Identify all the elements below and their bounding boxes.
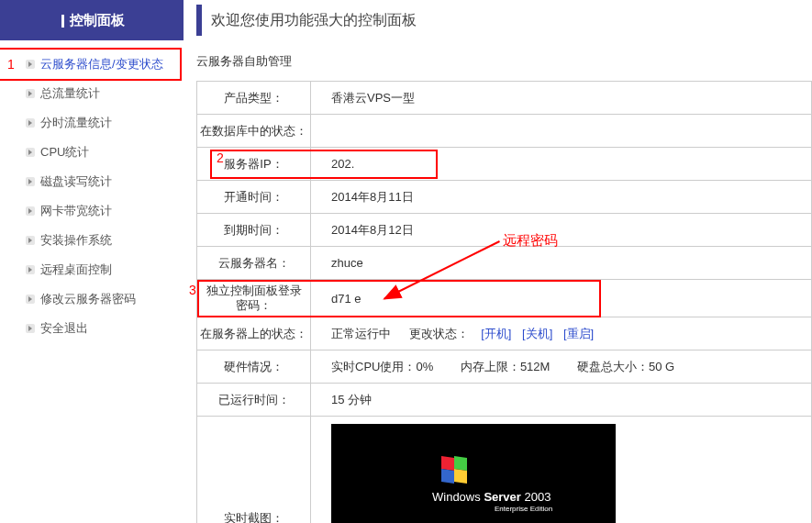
sidebar-item-time-traffic[interactable]: 分时流量统计 [0, 108, 184, 138]
sidebar-item-server-info[interactable]: 云服务器信息/变更状态 [0, 50, 184, 79]
sidebar-item-cpu-stats[interactable]: CPU统计 [0, 138, 184, 167]
bullet-icon [26, 295, 35, 304]
value-screenshot-cell: Windows Server 2003 Enterprise Edition [311, 417, 812, 524]
sidebar-title: 控制面板 [0, 0, 184, 40]
action-restart[interactable]: [重启] [563, 327, 594, 340]
sidebar: 控制面板 云服务器信息/变更状态 总流量统计 分时流量统计 CPU统计 磁盘读写… [0, 0, 184, 523]
hw-disk: 硬盘总大小：50 G [577, 359, 674, 375]
os-logo-text: Windows Server 2003 [432, 490, 551, 504]
row-server-ip: 服务器IP： 202. [197, 148, 812, 181]
action-start[interactable]: [开机] [481, 327, 511, 340]
sidebar-menu: 云服务器信息/变更状态 总流量统计 分时流量统计 CPU统计 磁盘读写统计 网卡… [0, 40, 184, 352]
value-product-type: 香港云VPS一型 [311, 82, 812, 115]
label-on-server: 在服务器上的状态： [197, 317, 311, 351]
value-server-ip: 202. [311, 148, 812, 181]
bullet-icon [26, 60, 35, 69]
row-open-time: 开通时间： 2014年8月11日 [197, 181, 812, 214]
label-hardware: 硬件情况： [197, 351, 311, 384]
banner-bar-icon [196, 5, 202, 36]
hw-cpu: 实时CPU使用：0% [331, 359, 433, 375]
sidebar-item-install-os[interactable]: 安装操作系统 [0, 226, 184, 255]
main-content: 欢迎您使用功能强大的控制面板 云服务器自助管理 产品类型： 香港云VPS一型 在… [184, 0, 812, 523]
label-open-time: 开通时间： [197, 181, 311, 214]
row-hardware: 硬件情况： 实时CPU使用：0% 内存上限：512M 硬盘总大小：50 G [197, 351, 812, 384]
status-running: 正常运行中 [331, 326, 391, 342]
row-on-server-status: 在服务器上的状态： 正常运行中 更改状态： [开机] [关机] [重启] [197, 317, 812, 351]
banner-title: 欢迎您使用功能强大的控制面板 [211, 11, 417, 30]
sidebar-item-change-pwd[interactable]: 修改云服务器密码 [0, 284, 184, 314]
sidebar-item-total-traffic[interactable]: 总流量统计 [0, 79, 184, 108]
subtitle: 云服务器自助管理 [196, 53, 812, 70]
label-product-type: 产品类型： [197, 82, 311, 115]
hw-mem: 内存上限：512M [461, 359, 551, 375]
value-server-name: zhuce [311, 247, 812, 280]
value-db-status [311, 115, 812, 148]
details-table: 产品类型： 香港云VPS一型 在数据库中的状态： 服务器IP： 202. 开通时… [196, 81, 812, 523]
value-open-time: 2014年8月11日 [311, 181, 812, 214]
label-panel-pwd: 独立控制面板登录密码： [197, 280, 311, 317]
value-hardware: 实时CPU使用：0% 内存上限：512M 硬盘总大小：50 G [311, 351, 812, 384]
label-expire-time: 到期时间： [197, 214, 311, 247]
label-server-name: 云服务器名： [197, 247, 311, 280]
sidebar-item-remote-desktop[interactable]: 远程桌面控制 [0, 255, 184, 284]
row-screenshot: 实时截图： Windows Server 2003 Enterprise Edi… [197, 417, 812, 524]
bullet-icon [26, 177, 35, 186]
row-server-name: 云服务器名： zhuce [197, 247, 812, 280]
sidebar-item-logout[interactable]: 安全退出 [0, 314, 184, 343]
row-uptime: 已运行时间： 15 分钟 [197, 384, 812, 417]
bullet-icon [26, 236, 35, 245]
change-status-label: 更改状态： [409, 327, 469, 340]
label-server-ip: 服务器IP： [197, 148, 311, 181]
label-db-status: 在数据库中的状态： [197, 115, 311, 148]
sidebar-item-nic-stats[interactable]: 网卡带宽统计 [0, 196, 184, 226]
value-on-server: 正常运行中 更改状态： [开机] [关机] [重启] [311, 317, 812, 351]
windows-flag-icon [441, 457, 469, 484]
bullet-icon [26, 206, 35, 216]
bullet-icon [26, 148, 35, 157]
sidebar-item-disk-stats[interactable]: 磁盘读写统计 [0, 167, 184, 196]
row-expire-time: 到期时间： 2014年8月12日 [197, 214, 812, 247]
row-product-type: 产品类型： 香港云VPS一型 [197, 82, 812, 115]
bullet-icon [26, 89, 35, 98]
row-db-status: 在数据库中的状态： [197, 115, 812, 148]
label-screenshot: 实时截图： [197, 417, 311, 524]
os-logo-sub: Enterprise Edition [495, 505, 552, 513]
value-uptime: 15 分钟 [311, 384, 812, 417]
banner: 欢迎您使用功能强大的控制面板 [196, 0, 812, 40]
row-panel-pwd: 独立控制面板登录密码： d71 e [197, 280, 812, 317]
label-uptime: 已运行时间： [197, 384, 311, 417]
value-panel-pwd: d71 e [311, 280, 812, 317]
bullet-icon [26, 324, 35, 333]
bullet-icon [26, 118, 35, 128]
value-expire-time: 2014年8月12日 [311, 214, 812, 247]
action-stop[interactable]: [关机] [522, 327, 552, 340]
bullet-icon [26, 265, 35, 274]
live-screenshot[interactable]: Windows Server 2003 Enterprise Edition [331, 424, 616, 523]
